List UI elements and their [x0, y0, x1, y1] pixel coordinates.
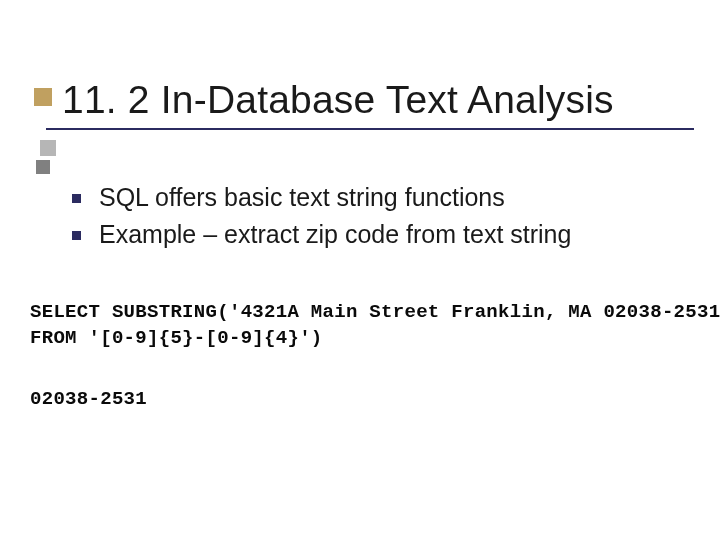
- accent-square-grey: [40, 140, 56, 156]
- slide-title-wrap: 11. 2 In-Database Text Analysis: [62, 78, 696, 122]
- bullet-text: Example – extract zip code from text str…: [99, 219, 571, 250]
- bullet-square-icon: [72, 194, 81, 203]
- title-underline: [46, 128, 694, 130]
- list-item: Example – extract zip code from text str…: [72, 219, 571, 250]
- code-line-1: SELECT SUBSTRING('4321A Main Street Fran…: [30, 301, 720, 323]
- bullet-list: SQL offers basic text string functions E…: [72, 182, 571, 257]
- bullet-square-icon: [72, 231, 81, 240]
- code-line-2: FROM '[0-9]{5}-[0-9]{4}'): [30, 327, 323, 349]
- accent-square-darkgrey: [36, 160, 50, 174]
- sql-code-block: SELECT SUBSTRING('4321A Main Street Fran…: [30, 300, 720, 351]
- slide-title: 11. 2 In-Database Text Analysis: [62, 78, 696, 122]
- bullet-text: SQL offers basic text string functions: [99, 182, 505, 213]
- accent-square-gold: [34, 88, 52, 106]
- list-item: SQL offers basic text string functions: [72, 182, 571, 213]
- sql-result: 02038-2531: [30, 388, 147, 410]
- title-accent-graphic: [34, 88, 58, 174]
